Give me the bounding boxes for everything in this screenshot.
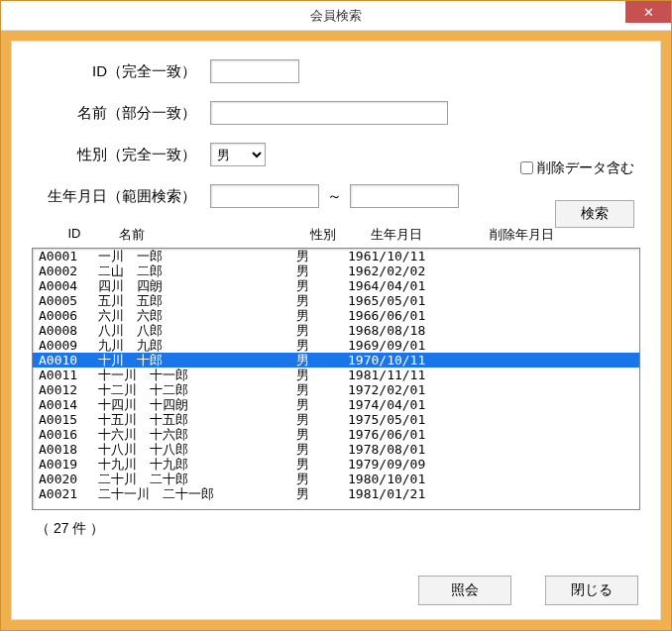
- window-title: 会員検索: [310, 7, 362, 25]
- header-deleted: 削除年月日: [482, 226, 591, 244]
- table-row[interactable]: A0008八川 八郎男1968/08/18: [33, 323, 639, 338]
- lookup-button[interactable]: 照会: [418, 576, 511, 605]
- table-row[interactable]: A0001一川 一郎男1961/10/11: [33, 249, 639, 263]
- name-label: 名前（部分一致）: [32, 104, 210, 123]
- gender-label: 性別（完全一致）: [32, 146, 210, 164]
- table-row[interactable]: A0005五川 五郎男1965/05/01: [33, 293, 639, 308]
- header-gender: 性別: [283, 226, 363, 244]
- gender-select[interactable]: 男: [210, 143, 266, 166]
- table-row[interactable]: A0016十六川 十六郎男1976/06/01: [33, 427, 639, 442]
- include-deleted-checkbox[interactable]: 削除データ含む: [516, 158, 634, 177]
- birth-label: 生年月日（範囲検索）: [32, 187, 210, 206]
- content-panel: ID（完全一致） 名前（部分一致） 性別（完全一致） 男 生年月日（範囲検索） …: [11, 41, 661, 620]
- member-search-window: 会員検索 ✕ ID（完全一致） 名前（部分一致） 性別（完全一致） 男 生年月日…: [0, 0, 672, 631]
- table-row[interactable]: A0012十二川 十二郎男1972/02/01: [33, 382, 639, 397]
- header-id: ID: [44, 226, 105, 244]
- search-button[interactable]: 検索: [555, 200, 634, 228]
- table-header: ID 名前 性別 生年月日 削除年月日: [32, 226, 640, 248]
- results-table: ID 名前 性別 生年月日 削除年月日 A0001一川 一郎男1961/10/1…: [32, 226, 640, 510]
- result-count: （ 27 件 ）: [32, 520, 640, 538]
- close-button[interactable]: 閉じる: [545, 576, 638, 605]
- bottom-buttons: 照会 閉じる: [418, 576, 638, 605]
- id-input[interactable]: [210, 59, 299, 83]
- birth-to-input[interactable]: [350, 184, 459, 208]
- include-deleted-input[interactable]: [520, 161, 533, 174]
- name-input[interactable]: [210, 101, 448, 125]
- table-row[interactable]: A0014十四川 十四朗男1974/04/01: [33, 397, 639, 412]
- id-label: ID（完全一致）: [32, 62, 210, 81]
- titlebar: 会員検索 ✕: [1, 1, 671, 31]
- range-separator: ～: [327, 187, 342, 206]
- header-name: 名前: [105, 226, 283, 244]
- table-row[interactable]: A0009九川 九郎男1969/09/01: [33, 338, 639, 353]
- header-birth: 生年月日: [363, 226, 482, 244]
- birth-from-input[interactable]: [210, 184, 319, 208]
- table-row[interactable]: A0004四川 四朗男1964/04/01: [33, 278, 639, 293]
- row-name: 名前（部分一致）: [32, 101, 640, 125]
- table-row[interactable]: A0018十八川 十八郎男1978/08/01: [33, 442, 639, 457]
- row-birth: 生年月日（範囲検索） ～: [32, 184, 640, 208]
- row-id: ID（完全一致）: [32, 59, 640, 83]
- table-row[interactable]: A0002二山 二郎男1962/02/02: [33, 263, 639, 278]
- table-row[interactable]: A0006六川 六郎男1966/06/01: [33, 308, 639, 323]
- include-deleted-label: 削除データ含む: [537, 159, 634, 177]
- table-row[interactable]: A0021二十一川 二十一郎男1981/01/21: [33, 486, 639, 501]
- table-row[interactable]: A0011十一川 十一郎男1981/11/11: [33, 368, 639, 382]
- table-row[interactable]: A0019十九川 十九郎男1979/09/09: [33, 457, 639, 472]
- table-row[interactable]: A0015十五川 十五郎男1975/05/01: [33, 412, 639, 427]
- close-icon[interactable]: ✕: [625, 1, 671, 23]
- table-row[interactable]: A0020二十川 二十郎男1980/10/01: [33, 472, 639, 486]
- table-row[interactable]: A0010十川 十郎男1970/10/11: [33, 353, 639, 368]
- results-listbox[interactable]: A0001一川 一郎男1961/10/11A0002二山 二郎男1962/02/…: [32, 248, 640, 510]
